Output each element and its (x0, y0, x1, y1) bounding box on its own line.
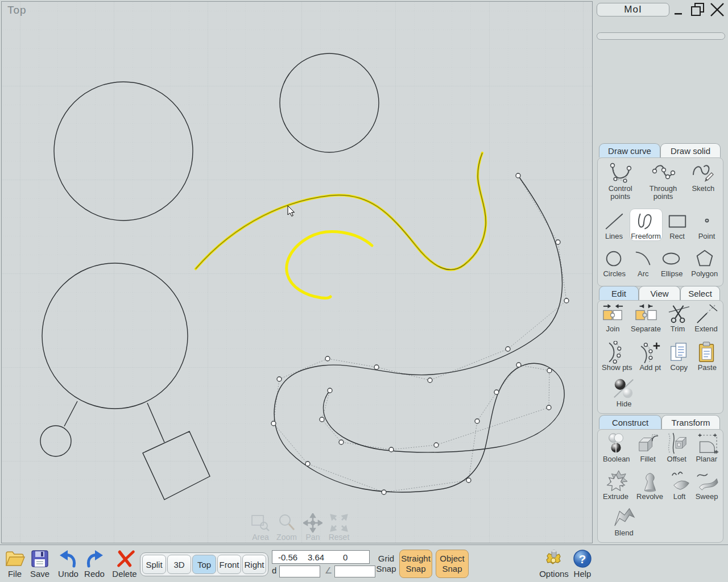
tool-copy[interactable]: Copy (667, 339, 692, 372)
tab-draw-solid[interactable]: Draw solid (660, 143, 721, 157)
straight-snap-toggle[interactable]: Straight Snap (399, 550, 432, 578)
tool-separate[interactable]: Separate (628, 302, 664, 333)
control-point (494, 390, 499, 394)
tool-revolve[interactable]: Revolve (634, 468, 666, 501)
polygon-icon (692, 248, 717, 270)
close-button[interactable] (709, 2, 725, 17)
control-point (434, 443, 439, 447)
object-snap-toggle[interactable]: Object Snap (436, 550, 469, 578)
reset-view-button[interactable]: Reset (326, 513, 352, 542)
control-point (547, 405, 551, 410)
coord-x: -0.56 (272, 552, 308, 562)
tool-polygon[interactable]: Polygon (688, 247, 721, 278)
control-points-icon (608, 161, 633, 185)
tool-planar[interactable]: Planar (693, 431, 720, 463)
offset-icon (664, 433, 689, 455)
copy-icon (667, 341, 692, 364)
tool-extend[interactable]: Extend (692, 302, 721, 333)
restore-button[interactable] (690, 2, 705, 17)
loft-icon (669, 470, 694, 493)
tool-ellipse[interactable]: Ellipse (657, 247, 686, 278)
bottom-toolbar: File Save Undo Redo Del (0, 544, 728, 582)
scissors-icon (666, 304, 691, 325)
viewport-nav-controls: Area Zoom Pan (247, 513, 352, 542)
save-button[interactable]: Save (27, 548, 52, 579)
tool-add-pt[interactable]: Add pt (636, 339, 664, 372)
options-button[interactable]: Options (538, 548, 570, 579)
tool-show-pts[interactable]: Show pts (600, 339, 634, 372)
tab-construct[interactable]: Construct (599, 415, 661, 429)
control-point (320, 417, 324, 422)
grid-major (2, 2, 592, 543)
view-split-button[interactable]: Split (142, 555, 166, 574)
tool-arc[interactable]: Arc (631, 247, 656, 278)
control-point (466, 478, 471, 483)
top-viewport[interactable]: Top Area Zoom (1, 1, 593, 543)
app-title-button[interactable]: MoI (597, 3, 669, 16)
drawing-canvas[interactable] (2, 2, 592, 543)
tool-extrude[interactable]: Extrude (601, 468, 631, 501)
distance-label: d (272, 566, 276, 575)
circle-icon (602, 248, 627, 270)
tool-trim[interactable]: Trim (666, 302, 690, 333)
sketch-icon (690, 161, 715, 185)
tool-paste[interactable]: Paste (693, 339, 721, 372)
magnifier-icon (277, 513, 296, 533)
tool-boolean[interactable]: Boolean (601, 431, 632, 463)
control-point (325, 356, 330, 361)
view-top-button[interactable]: Top (192, 555, 216, 574)
tool-circles[interactable]: Circles (599, 247, 629, 278)
file-button[interactable]: File (2, 548, 27, 579)
show-points-icon (605, 341, 630, 364)
tool-point[interactable]: Point (693, 209, 721, 240)
svg-text:?: ? (579, 552, 586, 566)
tab-draw-curve[interactable]: Draw curve (599, 143, 660, 157)
tab-transform[interactable]: Transform (661, 415, 720, 429)
tab-view[interactable]: View (639, 286, 680, 300)
tool-through-points[interactable]: Through points (644, 159, 682, 201)
tool-blend[interactable]: Blend (607, 505, 641, 537)
folder-icon (5, 548, 25, 569)
tool-sweep[interactable]: Sweep (693, 468, 721, 501)
tool-freeform[interactable]: Freeform (630, 209, 662, 240)
zoom-button[interactable]: Zoom (274, 513, 300, 542)
point-icon (694, 211, 719, 232)
blend-icon (611, 506, 636, 529)
control-point (271, 421, 276, 426)
tool-hide[interactable]: Hide (607, 376, 641, 408)
view-right-button[interactable]: Right (242, 555, 266, 574)
tool-sketch[interactable]: Sketch (687, 159, 719, 193)
minimize-button[interactable] (673, 6, 684, 16)
cursor-coordinates[interactable]: -0.56 3.64 0 (272, 550, 370, 564)
pan-button[interactable]: Pan (300, 513, 326, 542)
line-icon (602, 211, 627, 232)
tab-edit[interactable]: Edit (599, 286, 639, 300)
status-bar (597, 32, 725, 40)
redo-button[interactable]: Redo (81, 548, 107, 579)
help-button[interactable]: ? Help (570, 548, 594, 579)
tab-select[interactable]: Select (680, 286, 720, 300)
hide-icon (611, 377, 636, 400)
edit-tools-box: Join Separate (597, 300, 723, 414)
tool-rect[interactable]: Rect (664, 209, 691, 240)
control-point (506, 347, 510, 351)
area-icon (251, 513, 270, 533)
undo-button[interactable]: Undo (55, 548, 81, 579)
tool-control-points[interactable]: Control points (602, 159, 639, 201)
control-point (475, 419, 479, 423)
tool-offset[interactable]: Offset (664, 431, 690, 463)
freeform-icon (634, 211, 659, 232)
tool-join[interactable]: Join (600, 302, 626, 333)
tool-fillet[interactable]: Fillet (635, 431, 660, 463)
tool-lines[interactable]: Lines (600, 209, 628, 240)
view-3d-button[interactable]: 3D (167, 555, 191, 574)
paste-icon (694, 341, 719, 364)
distance-input[interactable] (279, 566, 320, 577)
view-front-button[interactable]: Front (217, 555, 241, 574)
control-point (374, 365, 379, 369)
coord-z: 0 (343, 552, 348, 562)
grid-snap-toggle[interactable]: Grid Snap (370, 550, 403, 578)
area-zoom-button[interactable]: Area (247, 513, 274, 542)
delete-button[interactable]: Delete (109, 548, 140, 579)
tool-loft[interactable]: Loft (669, 468, 690, 501)
